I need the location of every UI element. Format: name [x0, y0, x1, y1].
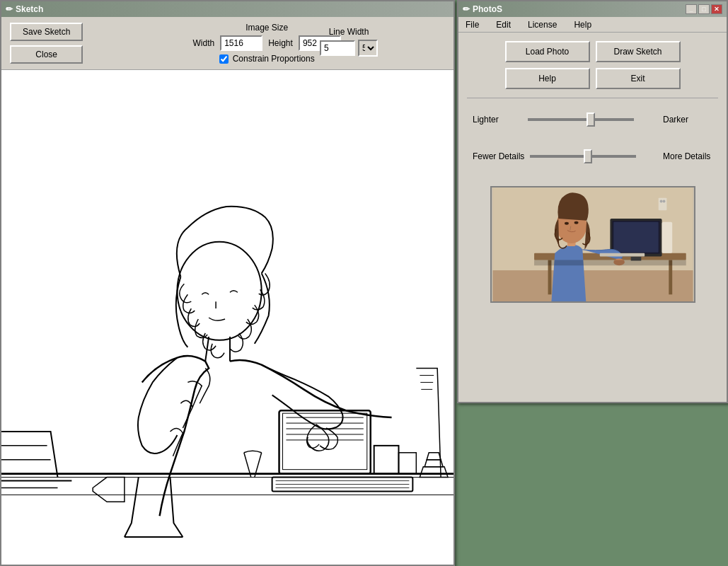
line-width-label: Line Width	[329, 27, 369, 37]
lighter-label: Lighter	[473, 115, 522, 125]
svg-rect-0	[1, 87, 453, 548]
toolbar-buttons-group: Save Sketch Close	[10, 23, 83, 64]
image-size-fields: Width Height	[193, 35, 341, 51]
sketch-svg	[1, 70, 453, 565]
svg-rect-15	[613, 222, 658, 253]
line-width-control: 5 1234 678910	[320, 40, 378, 57]
brightness-slider-section: Lighter Darker	[467, 112, 718, 138]
svg-rect-27	[534, 260, 686, 265]
titlebar-controls: _ □ ✕	[686, 4, 722, 14]
menu-file[interactable]: File	[461, 18, 483, 31]
menu-edit[interactable]: Edit	[492, 18, 515, 31]
brightness-slider[interactable]	[528, 118, 634, 121]
secondary-buttons-row: Help Exit	[467, 68, 718, 89]
svg-rect-24	[658, 198, 666, 211]
photos-window: ✏ PhotoS _ □ ✕ File Edit License Help Lo…	[457, 0, 728, 403]
brightness-row: Lighter Darker	[473, 112, 712, 127]
svg-rect-9	[492, 270, 693, 301]
draw-sketch-button[interactable]: Draw Sketch	[596, 41, 681, 62]
svg-rect-22	[599, 253, 644, 257]
constrain-label: Constrain Proportions	[233, 54, 315, 64]
svg-rect-23	[661, 222, 672, 253]
main-buttons-row: Load Photo Draw Sketch	[467, 41, 718, 62]
details-row: Fewer Details More Details	[473, 149, 712, 163]
image-size-section: Image Size Width Height Constrain Propor…	[193, 23, 341, 64]
more-details-label: More Details	[663, 151, 712, 161]
svg-point-25	[659, 200, 662, 203]
menu-license[interactable]: License	[524, 18, 561, 31]
width-label: Width	[193, 38, 215, 48]
width-input[interactable]	[220, 35, 262, 51]
height-label: Height	[268, 38, 293, 48]
svg-point-20	[574, 221, 578, 224]
close-window-button[interactable]: ✕	[711, 4, 722, 14]
sketch-icon: ✏	[6, 4, 13, 14]
photo-preview	[490, 186, 695, 303]
close-button[interactable]: Close	[10, 45, 83, 64]
toolbar-settings: Image Size Width Height Constrain Propor…	[88, 23, 445, 64]
titlebar-left: ✏ PhotoS	[463, 4, 502, 14]
menu-help[interactable]: Help	[570, 18, 596, 31]
photos-title: PhotoS	[473, 4, 502, 14]
sketch-toolbar: Save Sketch Close Image Size Width Heigh…	[1, 17, 453, 70]
darker-label: Darker	[663, 115, 712, 125]
maximize-button[interactable]: □	[698, 4, 710, 14]
line-width-select[interactable]: 5 1234 678910	[358, 40, 378, 57]
sketch-title: Sketch	[16, 4, 43, 14]
sketch-titlebar: ✏ Sketch	[1, 1, 453, 17]
details-slider-section: Fewer Details More Details	[467, 149, 718, 175]
exit-button[interactable]: Exit	[596, 68, 681, 89]
load-photo-button[interactable]: Load Photo	[505, 41, 590, 62]
fewer-details-label: Fewer Details	[473, 151, 524, 161]
photos-content: Load Photo Draw Sketch Help Exit Lighter…	[458, 33, 727, 402]
photos-titlebar: ✏ PhotoS _ □ ✕	[458, 1, 727, 17]
line-width-input[interactable]	[320, 40, 355, 56]
photos-icon: ✏	[463, 4, 470, 14]
photo-canvas-svg	[492, 187, 694, 301]
photos-menubar: File Edit License Help	[458, 17, 727, 33]
svg-point-19	[564, 222, 568, 225]
sketch-window: ✏ Sketch Save Sketch Close Image Size Wi…	[0, 0, 455, 566]
details-slider-track	[530, 149, 657, 163]
minimize-button[interactable]: _	[686, 4, 697, 14]
brightness-slider-track	[528, 112, 657, 127]
constrain-checkbox[interactable]	[219, 54, 229, 64]
svg-point-26	[662, 200, 665, 203]
line-width-section: Line Width 5 1234 678910	[320, 27, 378, 57]
help-button[interactable]: Help	[505, 68, 590, 89]
separator-1	[467, 98, 718, 98]
image-size-label: Image Size	[245, 23, 288, 33]
save-sketch-button[interactable]: Save Sketch	[10, 23, 83, 41]
details-slider[interactable]	[530, 155, 636, 158]
sketch-canvas	[1, 70, 453, 565]
constrain-row: Constrain Proportions	[219, 54, 315, 64]
